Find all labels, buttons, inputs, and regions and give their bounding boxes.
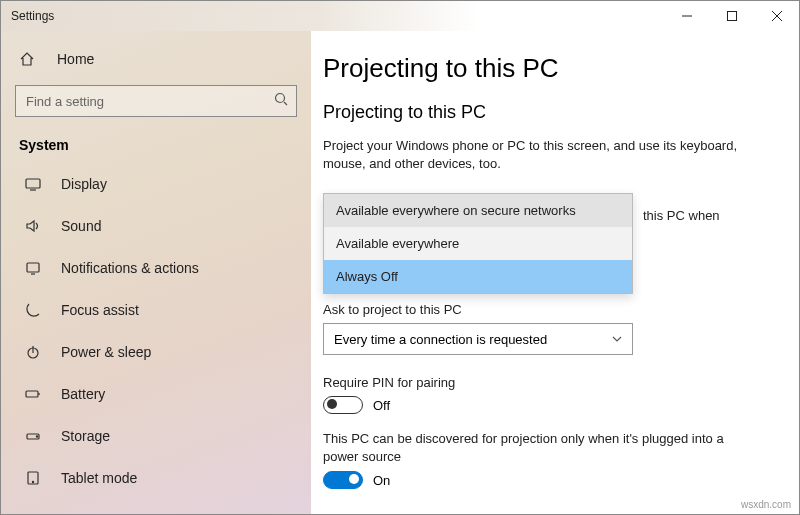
require-pin-row: Off [323,396,769,414]
sidebar-item-tablet-mode[interactable]: Tablet mode [1,457,311,499]
availability-dropdown-list[interactable]: Available everywhere on secure networks … [323,193,633,294]
require-pin-state: Off [373,398,390,413]
discover-label: This PC can be discovered for projection… [323,430,743,465]
toggle-knob [327,399,337,409]
nav-label: Tablet mode [61,470,137,486]
availability-option-everywhere[interactable]: Available everywhere [324,227,632,260]
ask-to-project-value: Every time a connection is requested [334,332,547,347]
ask-to-project-dropdown[interactable]: Every time a connection is requested [323,323,633,355]
nav-label: Display [61,176,107,192]
availability-option-secure[interactable]: Available everywhere on secure networks [324,194,632,227]
titlebar: Settings [1,1,799,31]
svg-point-1 [276,94,285,103]
sidebar-item-power-sleep[interactable]: Power & sleep [1,331,311,373]
toggle-knob [349,474,359,484]
home-icon [19,51,39,67]
discover-state: On [373,473,390,488]
sidebar: Home System Display Sound [1,31,311,514]
settings-window: Settings Home [0,0,800,515]
main-content: Projecting to this PC Projecting to this… [311,31,799,514]
sidebar-home[interactable]: Home [1,39,311,79]
sidebar-section-header: System [1,131,311,163]
storage-icon [23,428,43,444]
sidebar-item-display[interactable]: Display [1,163,311,205]
svg-point-9 [32,481,33,482]
sidebar-item-sound[interactable]: Sound [1,205,311,247]
watermark: wsxdn.com [741,499,791,510]
sidebar-item-notifications[interactable]: Notifications & actions [1,247,311,289]
display-icon [23,176,43,192]
require-pin-label: Require PIN for pairing [323,375,769,390]
window-body: Home System Display Sound [1,31,799,514]
nav-label: Focus assist [61,302,139,318]
projecting-section: Project your Windows phone or PC to this… [323,137,769,489]
sidebar-item-focus-assist[interactable]: Focus assist [1,289,311,331]
chevron-down-icon [612,332,622,347]
notifications-icon [23,260,43,276]
search-input[interactable] [24,93,274,110]
svg-rect-3 [27,263,39,272]
discover-toggle[interactable] [323,471,363,489]
page-title: Projecting to this PC [323,53,769,84]
close-button[interactable] [754,1,799,31]
maximize-button[interactable] [709,1,754,31]
search-icon [274,92,288,110]
search-container [15,85,297,117]
sidebar-item-storage[interactable]: Storage [1,415,311,457]
sound-icon [23,218,43,234]
tablet-icon [23,470,43,486]
svg-rect-5 [26,391,38,397]
sidebar-home-label: Home [57,51,94,67]
nav-label: Storage [61,428,110,444]
discover-row: On [323,471,769,489]
obscured-text: this PC when [643,207,763,225]
minimize-button[interactable] [664,1,709,31]
availability-option-off[interactable]: Always Off [324,260,632,293]
nav-label: Battery [61,386,105,402]
focus-assist-icon [23,302,43,318]
svg-rect-0 [727,12,736,21]
power-icon [23,344,43,360]
projecting-description: Project your Windows phone or PC to this… [323,137,743,172]
svg-rect-2 [26,179,40,188]
svg-point-7 [36,436,37,437]
nav-label: Power & sleep [61,344,151,360]
nav-label: Sound [61,218,101,234]
section-title: Projecting to this PC [323,102,769,123]
battery-icon [23,386,43,402]
require-pin-toggle[interactable] [323,396,363,414]
ask-to-project-label: Ask to project to this PC [323,302,769,317]
search-box[interactable] [15,85,297,117]
nav-label: Notifications & actions [61,260,199,276]
sidebar-item-battery[interactable]: Battery [1,373,311,415]
window-title: Settings [1,9,664,23]
